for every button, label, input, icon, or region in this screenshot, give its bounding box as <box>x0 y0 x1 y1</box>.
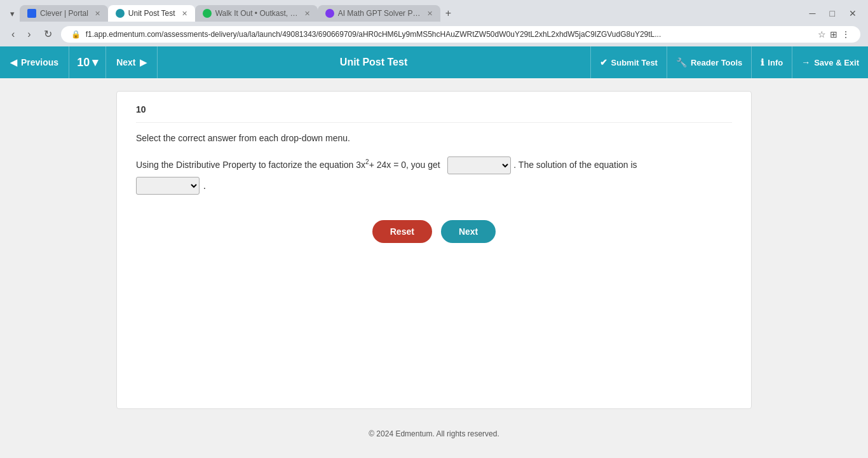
question-instruction: Select the correct answer from each drop… <box>136 133 732 143</box>
bookmark-icon[interactable]: ☆ <box>818 29 826 39</box>
save-exit-button[interactable]: → Save & Exit <box>792 46 868 78</box>
save-exit-label: Save & Exit <box>814 58 859 67</box>
app-header: ◀ Previous 10 ▾ Next ▶ Unit Post Test ✔ … <box>0 46 868 78</box>
new-tab-button[interactable]: + <box>440 5 456 22</box>
tab-clever-title: Clever | Portal <box>40 9 88 18</box>
tab-spotify-title: Walk It Out • Outkast, Jim Jon... <box>215 9 298 18</box>
wrench-icon: 🔧 <box>676 57 687 67</box>
submit-icon: ✔ <box>600 57 607 67</box>
first-dropdown[interactable] <box>447 156 511 174</box>
question-body: Using the Distributive Property to facto… <box>136 156 732 174</box>
question-body-line2: . <box>136 177 732 195</box>
period-text: . <box>203 181 206 191</box>
tab-edmentum-title: Unit Post Test <box>128 9 175 18</box>
question-dropdown-icon: ▾ <box>92 55 98 69</box>
reload-button[interactable]: ↻ <box>40 25 56 43</box>
address-bar-row: ‹ › ↻ 🔒 f1.app.edmentum.com/assessments-… <box>0 22 868 46</box>
tab-edmentum-close[interactable]: ✕ <box>182 10 187 18</box>
footer-text: © 2024 Edmentum. All rights reserved. <box>369 429 499 438</box>
question-card: 10 Select the correct answer from each d… <box>116 91 752 409</box>
tab-aimath-close[interactable]: ✕ <box>427 10 433 18</box>
tab-spotify[interactable]: Walk It Out • Outkast, Jim Jon... ✕ <box>195 5 318 22</box>
lock-icon: 🔒 <box>71 30 81 39</box>
tab-aimath-title: AI Math GPT Solver Powered b... <box>338 9 421 18</box>
second-dropdown[interactable] <box>136 177 200 195</box>
next-label-header: Next <box>116 57 135 67</box>
info-label: Info <box>768 58 783 67</box>
tab-edmentum[interactable]: Unit Post Test ✕ <box>108 5 195 22</box>
maximize-button[interactable]: □ <box>824 6 841 21</box>
footer: © 2024 Edmentum. All rights reserved. <box>0 422 868 446</box>
solution-text: . The solution of the equation is <box>513 160 637 170</box>
tab-bar: ▾ Clever | Portal ✕ Unit Post Test ✕ Wal… <box>0 0 868 22</box>
main-content: 10 Select the correct answer from each d… <box>0 78 868 422</box>
previous-button[interactable]: ◀ Previous <box>0 46 69 78</box>
edmentum-favicon <box>116 9 125 18</box>
back-button[interactable]: ‹ <box>8 26 18 43</box>
header-actions: ✔ Submit Test 🔧 Reader Tools ℹ Info → Sa… <box>590 46 868 78</box>
info-button[interactable]: ℹ Info <box>751 46 792 78</box>
tab-list-button[interactable]: ▾ <box>5 6 20 21</box>
window-controls: ─ □ ✕ <box>803 6 863 21</box>
question-navigator[interactable]: 10 ▾ <box>69 46 106 78</box>
reader-tools-button[interactable]: 🔧 Reader Tools <box>667 46 751 78</box>
next-arrow-icon: ▶ <box>140 57 147 67</box>
minimize-button[interactable]: ─ <box>803 6 822 21</box>
submit-label: Submit Test <box>611 58 658 67</box>
question-number-display: 10 <box>136 104 732 123</box>
tab-aimath[interactable]: AI Math GPT Solver Powered b... ✕ <box>318 5 440 22</box>
close-button[interactable]: ✕ <box>843 6 863 21</box>
test-title: Unit Post Test <box>158 57 590 68</box>
info-icon: ℹ <box>761 57 764 67</box>
previous-label: Previous <box>21 57 58 67</box>
question-text-before: Using the Distributive Property to facto… <box>136 160 365 170</box>
browser-menu-icon[interactable]: ⋮ <box>841 29 850 39</box>
extensions-icon[interactable]: ⊞ <box>830 29 837 39</box>
spotify-favicon <box>203 9 212 18</box>
save-icon: → <box>801 57 810 67</box>
aimath-favicon <box>325 9 334 18</box>
next-action-button[interactable]: Next <box>441 220 496 243</box>
tab-spotify-close[interactable]: ✕ <box>304 10 310 18</box>
reset-button[interactable]: Reset <box>372 220 432 243</box>
question-text-after: + 24x = 0, you get <box>369 160 440 170</box>
next-button-header[interactable]: Next ▶ <box>106 46 157 78</box>
previous-arrow-icon: ◀ <box>10 57 17 67</box>
tab-clever-close[interactable]: ✕ <box>95 10 100 18</box>
clever-favicon <box>27 9 36 18</box>
reader-tools-label: Reader Tools <box>691 58 742 67</box>
address-bar[interactable]: 🔒 f1.app.edmentum.com/assessments-delive… <box>61 26 860 43</box>
button-row: Reset Next <box>136 220 732 243</box>
submit-test-button[interactable]: ✔ Submit Test <box>590 46 667 78</box>
forward-button[interactable]: › <box>24 26 34 43</box>
question-number: 10 <box>77 56 90 69</box>
tab-clever[interactable]: Clever | Portal ✕ <box>20 5 108 22</box>
browser-chrome: ▾ Clever | Portal ✕ Unit Post Test ✕ Wal… <box>0 0 868 46</box>
address-icons: ☆ ⊞ ⋮ <box>818 29 850 39</box>
url-text: f1.app.edmentum.com/assessments-delivery… <box>86 30 813 39</box>
